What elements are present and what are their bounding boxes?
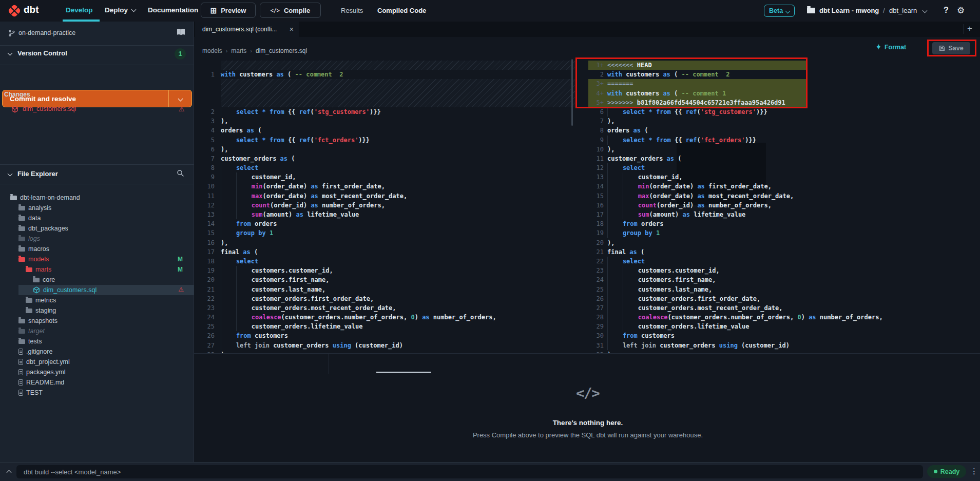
code-line[interactable]: 1with customers as ( -- comment 2 <box>194 70 575 79</box>
breadcrumb-marts[interactable]: marts <box>231 47 246 54</box>
tab-results[interactable]: Results <box>341 0 363 21</box>
tree-item-staging[interactable]: staging <box>0 305 194 316</box>
code-line[interactable]: 22customer_orders.first_order_date, <box>194 294 575 303</box>
editor-pane-conflict-diff[interactable]: 1+<<<<<<< HEAD2with customers as ( -- co… <box>588 56 980 353</box>
code-line[interactable]: 18select <box>194 257 575 266</box>
tree-item-tests[interactable]: tests <box>0 336 194 347</box>
help-icon[interactable]: ? <box>944 6 949 15</box>
code-line[interactable]: 31left join customer_orders using (custo… <box>588 341 980 350</box>
code-line[interactable]: 22select <box>588 257 980 266</box>
nav-deploy[interactable]: Deploy <box>105 6 136 14</box>
code-line[interactable]: 5select * from {{ ref('fct_orders')}} <box>194 136 575 145</box>
code-line[interactable]: 27left join customer_orders using (custo… <box>194 341 575 350</box>
tree-item-dbt_packages[interactable]: dbt_packages <box>0 223 194 234</box>
code-line[interactable]: 7customer_orders as ( <box>194 154 575 163</box>
tree-item-dbt_project.yml[interactable]: dbt_project.yml <box>0 357 194 367</box>
new-tab-plus-icon[interactable]: + <box>967 24 972 34</box>
code-line[interactable]: 11customer_orders as ( <box>588 154 980 163</box>
code-line[interactable]: 1+<<<<<<< HEAD <box>588 61 980 70</box>
collapse-chevron-icon[interactable] <box>8 51 13 56</box>
gear-icon[interactable]: ⚙ <box>957 5 965 16</box>
code-line[interactable]: 5+>>>>>>> b81f802a66fd544504c65721e3ffaa… <box>588 98 980 107</box>
code-line[interactable]: 13customer_id, <box>588 172 980 182</box>
code-line[interactable]: 10min(order_date) as first_order_date, <box>194 182 575 191</box>
code-line[interactable]: 2select * from {{ ref('stg_customers')}} <box>194 107 575 117</box>
file-explorer-title[interactable]: File Explorer <box>17 170 58 178</box>
code-line[interactable]: 20), <box>588 238 980 247</box>
tree-item-.gitignore[interactable]: .gitignore <box>0 347 194 357</box>
preview-button[interactable]: ⊞ Preview <box>201 3 256 18</box>
nav-develop[interactable]: Develop <box>66 6 93 14</box>
tab-dim-customers[interactable]: dim_customers.sql (confli... × <box>195 22 299 37</box>
editor-pane-working[interactable]: 1with customers as ( -- comment 22select… <box>194 56 575 353</box>
tree-item-analysis[interactable]: analysis <box>0 203 194 213</box>
code-line[interactable]: 8select <box>194 163 575 172</box>
code-line[interactable]: 12select <box>588 163 980 172</box>
scrollbar-thumb[interactable] <box>571 59 573 126</box>
tree-item-models[interactable]: modelsM <box>0 254 194 264</box>
code-line[interactable]: 29customer_orders.lifetime_value <box>588 322 980 331</box>
tree-item-packages.yml[interactable]: packages.yml <box>0 367 194 377</box>
code-line[interactable]: 20customers.first_name, <box>194 275 575 284</box>
code-line[interactable]: 14from orders <box>194 219 575 228</box>
code-line[interactable]: 24customers.first_name, <box>588 275 980 284</box>
code-line[interactable]: 23customer_orders.most_recent_order_date… <box>194 303 575 313</box>
tree-item-target[interactable]: target <box>0 326 194 336</box>
tree-item-snapshots[interactable]: snapshots <box>0 316 194 326</box>
tree-item-metrics[interactable]: metrics <box>0 295 194 305</box>
code-line[interactable]: 4+with customers as ( -- comment 1 <box>588 89 980 98</box>
code-line[interactable]: 4orders as ( <box>194 126 575 135</box>
tree-item-TEST[interactable]: TEST <box>0 388 194 398</box>
code-line[interactable]: 14min(order_date) as first_order_date, <box>588 182 980 191</box>
code-line[interactable]: 19customers.customer_id, <box>194 266 575 275</box>
code-line[interactable]: 11max(order_date) as most_recent_order_d… <box>194 191 575 201</box>
code-line[interactable]: 24coalesce(customer_orders.number_of_ord… <box>194 313 575 322</box>
code-line[interactable]: 6select * from {{ ref('stg_customers')}} <box>588 107 980 117</box>
docs-book-icon[interactable] <box>177 28 185 36</box>
code-line[interactable]: 15group by 1 <box>194 228 575 238</box>
code-line[interactable]: 27customer_orders.most_recent_order_date… <box>588 303 980 313</box>
code-line[interactable]: 10), <box>588 145 980 154</box>
chevron-up-icon[interactable] <box>7 470 12 475</box>
tree-item-dim_customers.sql[interactable]: dim_customers.sql⚠ <box>0 285 194 295</box>
kebab-menu-icon[interactable]: ⋮ <box>970 467 978 476</box>
code-line[interactable]: 25customers.last_name, <box>588 285 980 294</box>
breadcrumb-models[interactable]: models <box>202 47 222 54</box>
format-button[interactable]: ✦ Format <box>876 43 906 51</box>
tree-item-logs[interactable]: logs <box>0 234 194 244</box>
tab-compiled-code[interactable]: Compiled Code <box>377 0 426 21</box>
code-line[interactable]: 9select * from {{ ref('fct_orders')}} <box>588 136 980 145</box>
code-line[interactable]: 21final as ( <box>588 247 980 257</box>
code-line[interactable]: 12count(order_id) as number_of_orders, <box>194 201 575 210</box>
branch-name[interactable]: on-demand-practice <box>18 29 75 36</box>
changed-file-name[interactable]: dim_customers.sql <box>23 105 76 112</box>
code-line[interactable]: 6), <box>194 145 575 154</box>
compile-button[interactable]: </> Compile <box>260 3 321 18</box>
changed-file-row[interactable]: dim_customers.sql ⚠ <box>0 104 194 115</box>
code-line[interactable]: 25customer_orders.lifetime_value <box>194 322 575 331</box>
code-line[interactable]: 13sum(amount) as lifetime_value <box>194 210 575 219</box>
code-line[interactable]: 19group by 1 <box>588 228 980 238</box>
code-line[interactable]: 30from customers <box>588 331 980 340</box>
code-line[interactable]: 18from orders <box>588 219 980 228</box>
project-name[interactable]: dbt_learn <box>889 7 917 14</box>
code-line[interactable]: 2with customers as ( -- comment 2 <box>588 70 980 79</box>
collapse-chevron-icon[interactable] <box>8 171 13 177</box>
beta-dropdown[interactable]: Beta <box>764 5 795 17</box>
code-line[interactable]: 15max(order_date) as most_recent_order_d… <box>588 191 980 201</box>
tree-item-core[interactable]: core <box>0 275 194 285</box>
code-line[interactable]: 26from customers <box>194 331 575 340</box>
version-control-title[interactable]: Version Control <box>17 49 67 57</box>
command-input[interactable] <box>16 465 923 478</box>
code-line[interactable]: 17final as ( <box>194 247 575 257</box>
search-icon[interactable] <box>177 169 184 177</box>
nav-documentation[interactable]: Documentation <box>148 6 198 14</box>
code-line[interactable]: 23customers.customer_id, <box>588 266 980 275</box>
tree-item-dbt-learn-on-demand[interactable]: dbt-learn-on-demand <box>0 193 194 203</box>
code-line[interactable]: 3), <box>194 117 575 126</box>
code-line[interactable]: 8orders as ( <box>588 126 980 135</box>
tree-item-macros[interactable]: macros <box>0 244 194 254</box>
close-icon[interactable]: × <box>290 25 294 33</box>
code-line[interactable]: 9customer_id, <box>194 172 575 182</box>
account-name[interactable]: dbt Learn - mwong <box>819 7 879 14</box>
